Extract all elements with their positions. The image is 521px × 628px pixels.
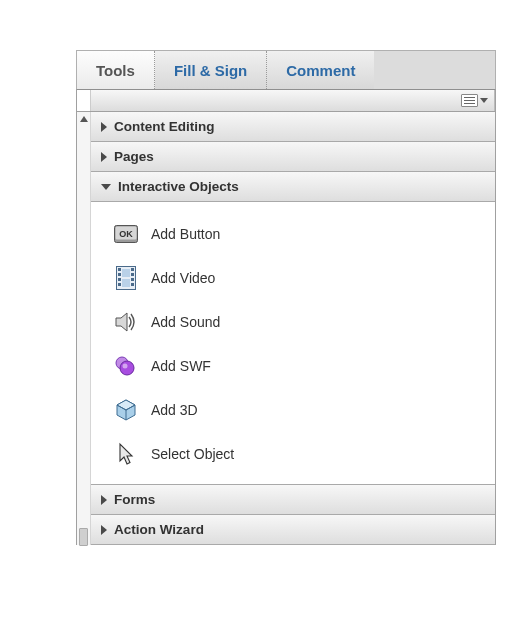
- svg-rect-11: [131, 283, 134, 286]
- speaker-icon: [113, 309, 139, 335]
- chevron-right-icon: [101, 122, 107, 132]
- panel-menu-dropdown-icon[interactable]: [480, 98, 488, 103]
- tool-label: Select Object: [151, 446, 234, 462]
- tool-label: Add Sound: [151, 314, 220, 330]
- tool-add-video[interactable]: Add Video: [91, 256, 495, 300]
- scroll-up-icon[interactable]: [80, 116, 88, 122]
- tool-add-button[interactable]: OK Add Button: [91, 212, 495, 256]
- tool-add-3d[interactable]: Add 3D: [91, 388, 495, 432]
- accordion-head-content-editing[interactable]: Content Editing: [91, 112, 495, 142]
- panel-menu-icon[interactable]: [461, 94, 478, 107]
- svg-text:OK: OK: [119, 229, 133, 239]
- chevron-right-icon: [101, 152, 107, 162]
- svg-rect-5: [118, 273, 121, 276]
- svg-point-16: [123, 364, 128, 369]
- tab-comment[interactable]: Comment: [267, 51, 374, 89]
- filmstrip-icon: [113, 265, 139, 291]
- tool-label: Add 3D: [151, 402, 198, 418]
- tab-fill-sign[interactable]: Fill & Sign: [155, 51, 267, 89]
- chevron-right-icon: [101, 525, 107, 535]
- tools-pane: Tools Fill & Sign Comment Content Editin…: [76, 50, 496, 545]
- accordion-label: Content Editing: [114, 119, 214, 134]
- accordion-label: Pages: [114, 149, 154, 164]
- accordion-head-pages[interactable]: Pages: [91, 142, 495, 172]
- ok-button-icon: OK: [113, 221, 139, 247]
- svg-rect-12: [122, 269, 130, 277]
- accordion: Content Editing Pages Interactive Object…: [91, 112, 496, 545]
- accordion-body-interactive-objects: OK Add Button: [91, 202, 495, 485]
- accordion-head-interactive-objects[interactable]: Interactive Objects: [91, 172, 495, 202]
- svg-rect-4: [118, 268, 121, 271]
- cursor-arrow-icon: [113, 441, 139, 467]
- accordion-label: Interactive Objects: [118, 179, 239, 194]
- chevron-down-icon: [101, 184, 111, 190]
- tool-label: Add Button: [151, 226, 220, 242]
- tool-label: Add Video: [151, 270, 215, 286]
- swf-icon: [113, 353, 139, 379]
- tool-label: Add SWF: [151, 358, 211, 374]
- tool-add-sound[interactable]: Add Sound: [91, 300, 495, 344]
- accordion-head-action-wizard[interactable]: Action Wizard: [91, 515, 495, 545]
- svg-rect-6: [118, 278, 121, 281]
- tool-select-object[interactable]: Select Object: [91, 432, 495, 476]
- panel-header-bar: [91, 90, 495, 111]
- svg-rect-8: [131, 268, 134, 271]
- svg-rect-13: [122, 279, 130, 287]
- panel-scrollbar[interactable]: [77, 112, 91, 545]
- accordion-label: Forms: [114, 492, 155, 507]
- accordion-label: Action Wizard: [114, 522, 204, 537]
- cube-3d-icon: [113, 397, 139, 423]
- chevron-right-icon: [101, 495, 107, 505]
- panel-columns: Content Editing Pages Interactive Object…: [76, 112, 496, 545]
- svg-rect-9: [131, 273, 134, 276]
- scroll-thumb[interactable]: [79, 528, 88, 546]
- accordion-head-forms[interactable]: Forms: [91, 485, 495, 515]
- tool-add-swf[interactable]: Add SWF: [91, 344, 495, 388]
- panel-tabs: Tools Fill & Sign Comment: [76, 50, 496, 90]
- tab-tools[interactable]: Tools: [77, 51, 155, 89]
- svg-rect-10: [131, 278, 134, 281]
- panel-header-strip: [76, 90, 496, 112]
- svg-point-15: [120, 361, 134, 375]
- svg-rect-7: [118, 283, 121, 286]
- scrollbar-top-gap: [77, 90, 91, 111]
